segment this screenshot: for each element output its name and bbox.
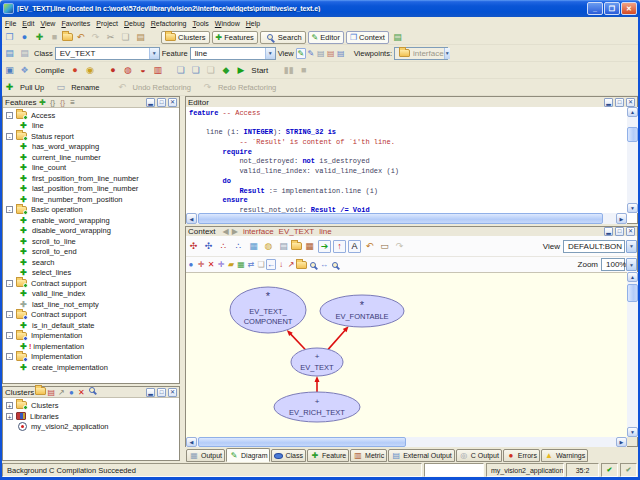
diagram-image-icon[interactable]: ▦ (247, 240, 260, 253)
editor-scroll-up-icon[interactable]: ▲ (627, 107, 638, 117)
context-close-icon[interactable]: ✕ (626, 227, 635, 236)
diagram-view-combo[interactable]: DEFAULT:BON (563, 240, 625, 253)
search-toggle[interactable]: Search (260, 31, 306, 44)
expand-icon[interactable]: - (6, 353, 13, 360)
diagram-node-ev_text[interactable]: +EV_TEXT (291, 348, 343, 376)
editor-code-area[interactable]: feature -- Access line (i: INTEGER): STR… (186, 107, 627, 213)
objects-window-icon[interactable]: ❏ (204, 64, 217, 77)
view-flat-icon[interactable]: ▤ (316, 48, 326, 59)
tab-output[interactable]: ▦Output (186, 449, 225, 462)
feature-tree-item[interactable]: ✚current_line_number (3, 152, 179, 163)
remove-icon[interactable]: ✕ (76, 387, 86, 398)
minimize-button[interactable]: _ (587, 2, 603, 15)
view-basic-text-icon[interactable]: ✎ (296, 48, 306, 59)
finalize-icon[interactable]: ◉ (83, 64, 96, 77)
feature-tree-item[interactable]: -Basic operation (3, 205, 179, 216)
class-combo-arrow-icon[interactable]: ▼ (149, 48, 159, 59)
feature-tree-item[interactable]: ✚scroll_to_line (3, 236, 179, 247)
feature-tree-item[interactable]: ✚scroll_to_end (3, 247, 179, 258)
crumb-class[interactable]: EV_TEXT (279, 227, 315, 236)
editor-minimize-icon[interactable]: ▂ (604, 98, 613, 107)
editor-toggle[interactable]: ✎Editor (308, 31, 344, 44)
feature-tree-item[interactable]: ✚line_number_from_position (3, 194, 179, 205)
start-icon[interactable]: ▶ (234, 64, 247, 77)
clone-icon[interactable]: ● (66, 387, 76, 398)
save-icon[interactable]: ✚ (33, 31, 46, 44)
redo-refactoring-icon[interactable]: ↷ (201, 81, 214, 94)
feature-tree-item[interactable]: ✚create_implementation (3, 362, 179, 373)
save-all-icon[interactable]: ■ (48, 31, 61, 44)
menu-file[interactable]: File (2, 20, 19, 27)
pause-icon[interactable]: ▮▮ (282, 64, 295, 77)
expand-icon[interactable]: - (6, 332, 13, 339)
clusters-maximize-icon[interactable]: □ (157, 388, 166, 397)
undo-refactoring-icon[interactable]: ↶ (116, 81, 129, 94)
diagram-scroll-up-icon[interactable]: ▲ (627, 272, 638, 282)
expand-icon[interactable]: + (6, 402, 13, 409)
editor-scroll-left-icon[interactable]: ◀ (186, 213, 197, 224)
expand-icon[interactable]: - (6, 112, 13, 119)
class-combo[interactable]: EV_TEXT▼ (55, 47, 160, 60)
tab-diagram[interactable]: ✎Diagram (226, 448, 270, 462)
feature-tree-item[interactable]: ✚is_in_default_state (3, 320, 179, 331)
debug-step-icon[interactable]: ◍ (121, 64, 134, 77)
menu-favorites[interactable]: Favorites (58, 20, 93, 27)
feature-tree-item[interactable]: ✚search (3, 257, 179, 268)
cluster-tree-item[interactable]: +Clusters (3, 400, 179, 411)
close-button[interactable]: ✕ (621, 2, 637, 15)
editor-scroll-down-icon[interactable]: ▼ (627, 203, 638, 213)
form-view-icon[interactable]: ▤ (277, 240, 290, 253)
exchange-icon[interactable]: ⇄ (246, 259, 256, 270)
context-minimize-icon[interactable]: ▂ (604, 227, 613, 236)
zoom-in-icon[interactable] (332, 262, 338, 268)
client-links-icon[interactable]: ∴ (232, 240, 245, 253)
feature-tree-item[interactable]: ✚enable_word_wrapping (3, 215, 179, 226)
context-maximize-icon[interactable]: □ (615, 227, 624, 236)
debug-out-icon[interactable]: ◒ (136, 64, 149, 77)
feature-tree-item[interactable]: -Contract support (3, 278, 179, 289)
tab-feature[interactable]: ✚Feature (307, 449, 349, 462)
diagram-zoom-combo[interactable]: 100% (601, 258, 625, 271)
folder-view-icon[interactable] (291, 242, 302, 250)
editor-scroll-right-icon[interactable]: ▶ (616, 213, 627, 224)
redo-icon[interactable]: ↷ (89, 31, 102, 44)
copy-view-icon[interactable]: ❏ (256, 259, 266, 270)
new-inheritance-icon[interactable]: ✛ (196, 259, 206, 270)
history-back-arrow-icon[interactable]: ◀ (223, 227, 229, 236)
diagram-horizontal-scrollbar[interactable]: ◀ ▶ (186, 437, 627, 447)
call-stack-icon[interactable]: ❏ (189, 64, 202, 77)
diagram-scroll-left-icon[interactable]: ◀ (186, 437, 197, 447)
color-icon[interactable]: ▦ (236, 259, 246, 270)
menu-project[interactable]: Project (93, 20, 121, 27)
feature-tree-item[interactable]: ✚line_count (3, 163, 179, 174)
view-clickable-icon[interactable]: ✎ (306, 48, 316, 59)
history-forward-arrow-icon[interactable]: ▶ (232, 227, 238, 236)
diagram-redo-icon[interactable]: ↷ (393, 240, 406, 253)
new-document-icon[interactable]: ❐ (3, 31, 16, 44)
class-tool-icon[interactable]: ▤ (3, 47, 16, 60)
delete-item-icon[interactable]: ✕ (206, 259, 216, 270)
crumb-cluster[interactable]: interface (243, 227, 274, 236)
features-close-icon[interactable]: ✕ (168, 98, 177, 107)
zoom-out-icon[interactable] (310, 262, 316, 268)
zoom-dropdown-icon[interactable]: ▼ (626, 258, 637, 271)
relation-depth-icon[interactable]: ↗ (286, 259, 296, 270)
open-icon[interactable]: ● (18, 31, 31, 44)
expand-icon[interactable]: - (6, 311, 13, 318)
fit-to-screen-icon[interactable]: ↔ (319, 259, 329, 270)
melt-icon[interactable]: ❖ (18, 64, 31, 77)
tab-external-output[interactable]: ▤External Output (388, 449, 455, 462)
feature-tree-item[interactable]: ✚select_lines (3, 268, 179, 279)
menu-refactoring[interactable]: Refactoring (148, 20, 190, 27)
watch-window-icon[interactable]: ❏ (174, 64, 187, 77)
text-labels-icon[interactable]: A (348, 240, 361, 253)
viewpoints-combo-arrow-icon[interactable]: ▼ (444, 48, 450, 59)
braces-alias-icon[interactable]: {} (58, 97, 68, 108)
view-interface-icon[interactable]: ▤ (336, 48, 346, 59)
feature-clauses-icon[interactable]: ✚ (38, 97, 48, 108)
crop-icon[interactable]: ▭ (378, 240, 391, 253)
paste-icon[interactable]: ▤ (134, 31, 147, 44)
diagram-canvas[interactable]: *EV_TEXT_COMPONENT*EV_FONTABLE+EV_TEXT+E… (186, 272, 627, 437)
editor-maximize-icon[interactable]: □ (615, 98, 624, 107)
feature-tree-item[interactable]: -Access (3, 110, 179, 121)
